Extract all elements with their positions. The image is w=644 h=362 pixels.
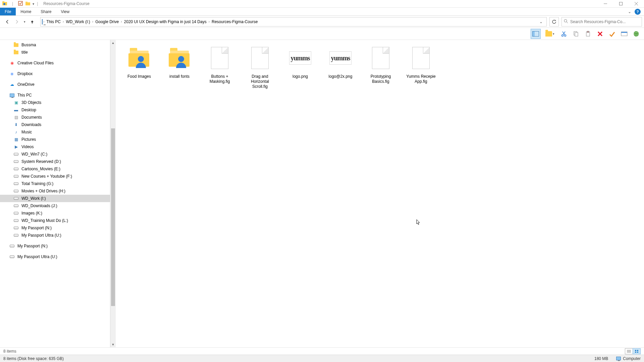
cut-button[interactable] [559,29,569,39]
maximize-button[interactable] [613,0,629,7]
chevron-right-icon[interactable]: › [92,20,93,23]
navigation-pane[interactable]: Bussmatitle◉Creative Cloud Files⧈Dropbox… [0,40,116,347]
file-item[interactable]: Drag and Horizontal Scroll.fig [243,45,277,89]
copy-button[interactable] [571,29,581,39]
file-icon [211,47,228,69]
chevron-right-icon[interactable]: › [121,20,122,23]
window-controls [598,0,644,7]
breadcrumb-item[interactable]: 2020 UI UX Design with Figma in just 14 … [123,17,208,26]
preview-pane-button[interactable] [531,29,541,39]
svg-rect-1 [2,1,4,2]
drive-icon [13,210,19,216]
nav-item[interactable]: Cartoons_Movies (E:) [0,165,116,173]
nav-item[interactable]: System Reserved (D:) [0,158,116,165]
chevron-right-icon[interactable]: › [63,20,64,23]
nav-item[interactable]: ▣3D Objects [0,99,116,106]
minimize-button[interactable] [598,0,613,7]
nav-item[interactable]: Total Training (G:) [0,180,116,187]
search-input[interactable] [570,19,640,24]
refresh-button[interactable] [549,17,559,26]
icons-view-button[interactable] [633,348,641,354]
scroll-up-button[interactable]: ▲ [110,40,116,46]
back-button[interactable] [3,18,11,26]
nav-item[interactable]: My Passport (N:) [0,242,116,250]
nav-item-label: Creative Cloud Files [17,61,54,65]
nav-item-label: Documents [21,115,42,120]
qat-folder-icon[interactable] [25,1,31,7]
action-toolbar: ▾ [0,28,644,40]
drive-icon [13,203,19,208]
delete-button[interactable] [595,29,605,39]
nav-item[interactable]: title [0,49,116,56]
qat-customize-icon[interactable]: ▾ [33,2,34,6]
file-item[interactable]: Yumms Recepie App.fig [404,45,438,84]
search-box[interactable] [561,17,642,26]
file-item[interactable]: Prototyping Basics.fig [364,45,397,84]
file-item[interactable]: yummslogo@2x.png [324,45,357,79]
nav-item-label: Music [21,130,32,134]
forward-button[interactable] [13,18,21,26]
nav-item[interactable]: ▤Documents [0,114,116,121]
nav-item[interactable]: ▶Videos [0,143,116,150]
properties-button[interactable] [619,29,629,39]
tab-home[interactable]: Home [16,8,36,15]
up-button[interactable] [28,18,36,26]
tools-button[interactable] [631,29,641,39]
nav-scrollbar[interactable]: ▲ ▼ [110,40,116,347]
nav-item[interactable]: ▬Desktop [0,106,116,114]
nav-item[interactable]: My Passport Ultra (U:) [0,253,116,260]
address-bar[interactable]: › This PC › WD_Work (I:) › Google Drive … [40,17,547,26]
nav-item[interactable]: Bussma [0,41,116,49]
qat-properties-icon[interactable] [18,1,23,7]
file-item[interactable]: Buttons + Masking.fig [203,45,236,84]
paste-button[interactable] [583,29,593,39]
chevron-right-icon[interactable]: › [43,20,44,23]
nav-item[interactable]: WD_Win7 (C:) [0,150,116,158]
tab-file[interactable]: File [0,8,16,15]
nav-item[interactable]: Images (K:) [0,209,116,217]
file-item[interactable]: Food Images [122,45,156,79]
3d-icon: ▣ [13,100,19,105]
nav-item[interactable]: My Passport (N:) [0,224,116,232]
nav-item[interactable]: New Courses + Youtube (F:) [0,173,116,180]
nav-item[interactable]: ♪Music [0,128,116,136]
chevron-right-icon[interactable]: › [209,20,210,23]
svg-rect-7 [620,2,623,5]
nav-item[interactable]: WD_Work (I:) [0,195,116,202]
nav-item[interactable]: WD_Downloads (J:) [0,202,116,209]
tab-view[interactable]: View [56,8,74,15]
nav-item-label: Cartoons_Movies (E:) [21,167,60,171]
tab-share[interactable]: Share [36,8,56,15]
nav-item[interactable]: ⧈Dropbox [0,70,116,77]
ribbon-expand-icon[interactable]: ⌄ [628,9,631,14]
drive-icon [13,174,19,179]
close-button[interactable] [629,0,644,7]
scroll-down-button[interactable]: ▼ [110,342,116,347]
drive-icon [9,254,15,259]
nav-item[interactable]: ◉Creative Cloud Files [0,59,116,67]
nav-item[interactable]: My Passport Ultra (U:) [0,232,116,239]
scroll-thumb[interactable] [111,128,115,306]
nav-item[interactable]: ☁OneDrive [0,81,116,88]
nav-item[interactable]: ▦Pictures [0,136,116,143]
nav-item-label: Dropbox [17,71,33,76]
details-view-button[interactable] [625,348,633,354]
recent-dropdown[interactable]: ▾ [22,18,27,26]
file-item[interactable]: install fonts [163,45,196,79]
address-dropdown[interactable]: ⌄ [537,17,545,26]
new-folder-button[interactable]: ▾ [543,29,557,39]
nav-item[interactable]: Movies + Old Drives (H:) [0,187,116,195]
svg-rect-13 [533,32,535,36]
file-item[interactable]: yummslogo.png [283,45,317,79]
nav-item[interactable]: ⬇Downloads [0,121,116,128]
breadcrumb-item[interactable]: Google Drive [94,17,120,26]
nav-item-thispc[interactable]: This PC [0,92,116,99]
help-icon[interactable]: ? [635,9,641,15]
rename-button[interactable] [607,29,617,39]
file-content-area[interactable]: Food Imagesinstall fontsButtons + Maskin… [116,40,644,347]
breadcrumb-item[interactable]: WD_Work (I:) [64,17,91,26]
breadcrumb-item[interactable]: Resources-Figma-Course [210,17,259,26]
nav-item[interactable]: WD_Training Must Do (L:) [0,217,116,224]
breadcrumb-item[interactable]: This PC [45,17,62,26]
file-label: Buttons + Masking.fig [203,74,236,84]
